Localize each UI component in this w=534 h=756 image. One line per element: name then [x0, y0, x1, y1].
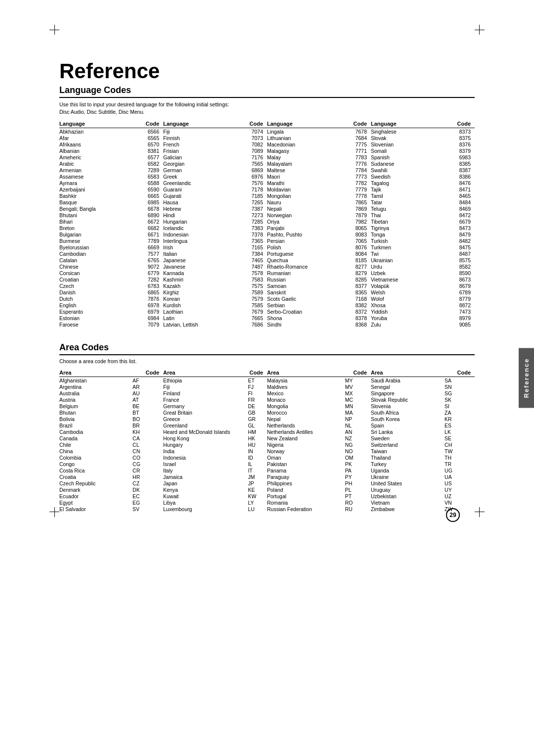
- area-row: ColombiaCO: [59, 454, 163, 461]
- language-row: Byelorussian6669: [59, 244, 163, 250]
- language-row: Ameheric6577: [59, 154, 163, 160]
- area-row: ChileCL: [59, 441, 163, 448]
- area-row: NigeriaNG: [267, 441, 371, 448]
- area-row: CongoCG: [59, 461, 163, 467]
- area-row: GreeceGR: [163, 416, 267, 422]
- lang-header: Language: [267, 120, 341, 128]
- page-title: Reference: [59, 59, 475, 83]
- language-row: Bashkir6665: [59, 192, 163, 199]
- area-header: Area: [163, 369, 246, 377]
- language-row: Kannada7578: [163, 270, 267, 276]
- area-row: JapanJP: [163, 480, 267, 486]
- language-row: Slovenian8376: [371, 141, 475, 147]
- area-row: LibyaLY: [163, 499, 267, 506]
- language-row: Kazakh7575: [163, 283, 267, 289]
- area-row: South KoreaKR: [371, 416, 475, 422]
- language-row: Turkish8482: [371, 237, 475, 244]
- area-row: El SalvadorSV: [59, 506, 163, 512]
- language-row: Abkhazian6566: [59, 128, 163, 135]
- area-row: IsraelIL: [163, 461, 267, 467]
- language-row: Dutch7876: [59, 295, 163, 302]
- area-row: Russian FederationRU: [267, 506, 371, 512]
- area-codes-title: Area Codes: [59, 342, 475, 355]
- area-codes-table: AreaCodeAfghanistanAFArgentinaARAustrali…: [59, 369, 475, 512]
- language-row: Bengali; Bangla6678: [59, 205, 163, 212]
- area-column-0: AreaCodeAfghanistanAFArgentinaARAustrali…: [59, 369, 163, 512]
- area-row: KenyaKE: [163, 486, 267, 493]
- area-row: MoroccoMA: [267, 409, 371, 416]
- language-row: Korean7579: [163, 295, 267, 302]
- area-row: UruguayUY: [371, 486, 475, 493]
- language-row: Nepali7869: [267, 205, 371, 212]
- lang-header: Language: [59, 120, 131, 128]
- language-row: Basque6985: [59, 199, 163, 205]
- language-row: Danish6865: [59, 289, 163, 295]
- corner-mark-br-v: [479, 507, 480, 517]
- area-row: PanamaPA: [267, 467, 371, 473]
- area-row: SingaporeSG: [371, 390, 475, 396]
- language-row: Welsh6789: [371, 289, 475, 295]
- language-row: Esperanto6979: [59, 308, 163, 315]
- language-row: Greenlandic7576: [163, 180, 267, 186]
- area-row: AustriaAT: [59, 396, 163, 403]
- language-row: Rumanian8279: [267, 270, 371, 276]
- language-row: Maltese7784: [267, 167, 371, 173]
- language-row: English6978: [59, 302, 163, 308]
- area-row: EthiopiaET: [163, 377, 267, 384]
- area-row: FijiFJ: [163, 383, 267, 390]
- language-row: Vietnamese8673: [371, 276, 475, 283]
- language-row: Cambodian7577: [59, 250, 163, 257]
- area-row: TaiwanTW: [371, 448, 475, 454]
- area-row: SloveniaSI: [371, 403, 475, 409]
- language-row: Bulgarian6671: [59, 231, 163, 237]
- code-header: Code: [341, 120, 371, 128]
- language-row: Hausa7265: [163, 199, 267, 205]
- language-row: Nauru7865: [267, 199, 371, 205]
- language-row: Bihari6672: [59, 218, 163, 225]
- area-column-2: AreaCodeMalaysiaMYMaldivesMVMexicoMXMona…: [267, 369, 371, 512]
- area-row: ZimbabweZW: [371, 506, 475, 512]
- area-row: GreenlandGL: [163, 422, 267, 428]
- area-row: ItalyIT: [163, 467, 267, 473]
- language-codes-description: Use this list to input your desired lang…: [59, 101, 475, 115]
- language-row: Galician7176: [163, 154, 267, 160]
- language-row: Volapük8679: [371, 283, 475, 289]
- area-row: BelgiumBE: [59, 403, 163, 409]
- language-row: Tibetan6679: [371, 218, 475, 225]
- language-row: Persian7065: [267, 237, 371, 244]
- area-row: LuxembourgLU: [163, 506, 267, 512]
- language-row: French7082: [163, 141, 267, 147]
- code-header: Code: [233, 120, 267, 128]
- language-row: Hebrew7387: [163, 205, 267, 212]
- language-row: Sindhi8368: [267, 321, 371, 328]
- area-row: ThailandTH: [371, 454, 475, 461]
- area-row: SwedenSE: [371, 435, 475, 441]
- language-row: Mongolian7778: [267, 192, 371, 199]
- area-row: SwitzerlandCH: [371, 441, 475, 448]
- language-column-2: LanguageCodeLingala7678Lithuanian7684Mac…: [267, 120, 371, 328]
- language-row: Croatian7282: [59, 276, 163, 283]
- language-row: Kirghiz7589: [163, 289, 267, 295]
- language-row: Interlingua7365: [163, 237, 267, 244]
- language-row: Malay7783: [267, 154, 371, 160]
- language-codes-title: Language Codes: [59, 85, 475, 98]
- area-row: Great BritainGB: [163, 409, 267, 416]
- language-row: Latvian, Lettish7686: [163, 321, 267, 328]
- area-row: Heard and McDonald IslandsHM: [163, 428, 267, 435]
- lang-header: Language: [371, 120, 436, 128]
- side-tab: Reference: [519, 348, 534, 408]
- language-row: Kashmiri7583: [163, 276, 267, 283]
- language-row: Xhosa8872: [371, 302, 475, 308]
- area-row: Costa RicaCR: [59, 467, 163, 473]
- area-row: MalaysiaMY: [267, 377, 371, 384]
- language-row: Guarani7178: [163, 186, 267, 192]
- language-row: Indonesian7378: [163, 231, 267, 237]
- code-header: Code: [436, 120, 475, 128]
- language-row: Panjabi8065: [267, 225, 371, 231]
- language-row: Chinese9072: [59, 263, 163, 270]
- area-row: UgandaUG: [371, 467, 475, 473]
- area-row: IndonesiaID: [163, 454, 267, 461]
- language-row: Malayalam7776: [267, 160, 371, 167]
- language-row: Russian8285: [267, 276, 371, 283]
- area-row: PolandPL: [267, 486, 371, 493]
